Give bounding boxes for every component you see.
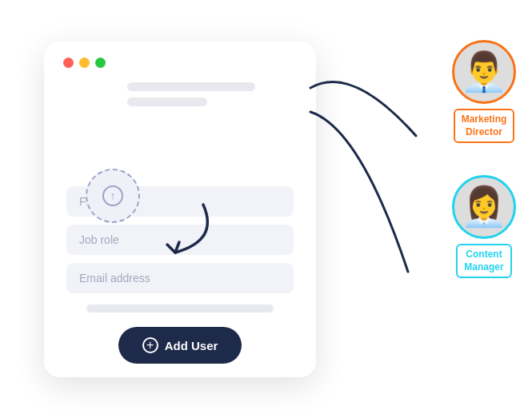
header-bar-long: [127, 82, 255, 91]
profiles-container: 👨‍💼 Marketing Director 👩‍💼 Content Manag…: [452, 40, 516, 278]
header-bar-short: [127, 98, 207, 106]
add-user-label: Add User: [165, 339, 218, 352]
scene: ↑ Full name Job role Email address + Add…: [0, 0, 532, 418]
bottom-bar: [86, 305, 274, 313]
job-role-field[interactable]: Job role: [66, 225, 294, 255]
traffic-light-red[interactable]: [63, 58, 74, 68]
avatar-upload[interactable]: ↑: [86, 169, 140, 223]
profile-card-marketing: 👨‍💼 Marketing Director: [452, 40, 516, 143]
profile-avatar-marketing: 👨‍💼: [452, 40, 516, 104]
email-field[interactable]: Email address: [66, 263, 294, 293]
header-bars: [63, 82, 297, 106]
avatar-emoji-male: 👨‍💼: [460, 53, 508, 91]
profile-avatar-content: 👩‍💼: [452, 175, 516, 239]
traffic-light-green[interactable]: [95, 58, 106, 68]
traffic-light-yellow[interactable]: [79, 58, 90, 68]
add-icon: +: [142, 337, 158, 353]
add-user-button[interactable]: + Add User: [118, 327, 242, 364]
upload-icon: ↑: [102, 185, 123, 206]
window-card: ↑ Full name Job role Email address + Add…: [44, 42, 316, 377]
profile-card-content: 👩‍💼 Content Manager: [452, 175, 516, 278]
avatar-emoji-female: 👩‍💼: [460, 188, 508, 226]
window-content: ↑ Full name Job role Email address + Add…: [63, 122, 297, 364]
profile-label-marketing: Marketing Director: [454, 109, 515, 143]
traffic-lights: [63, 58, 297, 68]
profile-label-content: Content Manager: [456, 244, 511, 278]
